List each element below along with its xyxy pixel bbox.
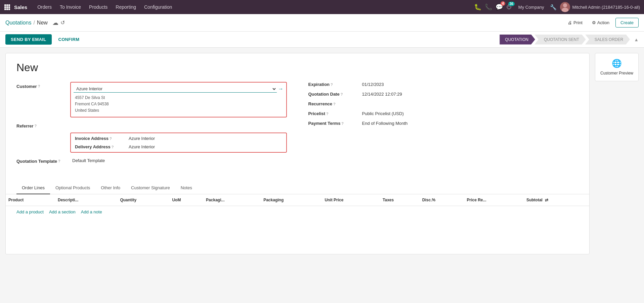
address-section: Invoice Address ? Azure Interior Deliver… — [16, 133, 287, 153]
pipeline-step-quotation[interactable]: QUOTATION — [500, 35, 535, 45]
status-pipeline: QUOTATION QUOTATION SENT SALES ORDER — [500, 35, 630, 45]
nav-products[interactable]: Products — [86, 3, 111, 11]
breadcrumb-parent[interactable]: Quotations — [5, 20, 31, 26]
pricelist-value: Public Pricelist (USD) — [362, 111, 404, 116]
payment-terms-help-icon[interactable]: ? — [341, 121, 344, 125]
referrer-field-row: Referrer ? — [16, 121, 287, 129]
nav-reporting[interactable]: Reporting — [112, 3, 139, 11]
invoice-help-icon[interactable]: ? — [110, 137, 112, 141]
delivery-address-label: Delivery Address ? — [75, 144, 129, 149]
quotation-template-row: Quotation Template ? Default Template — [16, 157, 287, 164]
bug-icon[interactable]: 🐛 — [474, 3, 481, 11]
nav-to-invoice[interactable]: To Invoice — [56, 3, 84, 11]
breadcrumb-separator: / — [33, 20, 35, 26]
tab-notes[interactable]: Notes — [175, 182, 198, 194]
user-name: Mitchell Admin (21847185-16-0-all) — [572, 5, 640, 10]
address-label-spacer — [16, 133, 70, 153]
pricelist-label: Pricelist ? — [308, 111, 362, 116]
confirm-button[interactable]: CONFIRM — [54, 34, 84, 45]
col-disc: Disc.% — [420, 194, 464, 206]
user-avatar — [560, 2, 570, 12]
chat-badge: 4 — [501, 1, 505, 6]
customer-address: 4557 De Silva St Fremont CA 94538 United… — [74, 95, 284, 114]
subtotal-icon[interactable]: ⇄ — [545, 198, 548, 202]
svg-rect-5 — [8, 6, 10, 8]
customer-preview-panel[interactable]: 🌐 Customer Preview — [595, 53, 639, 81]
quotation-date-label: Quotation Date ? — [308, 92, 362, 97]
customer-help-icon[interactable]: ? — [38, 84, 40, 88]
pipeline-step-sales-order[interactable]: SALES ORDER — [585, 35, 630, 45]
clock-icon[interactable]: ⏱36 — [506, 4, 512, 11]
order-lines-table: Product Descripti... Quantity UoM Packag… — [6, 194, 589, 206]
svg-rect-4 — [6, 6, 8, 8]
invoice-address-row: Invoice Address ? Azure Interior — [75, 136, 282, 141]
form-area: New Customer ? Azure Interior → — [5, 53, 590, 254]
expiration-help-icon[interactable]: ? — [331, 83, 333, 87]
payment-terms-value: End of Following Month — [362, 121, 408, 126]
nav-configuration[interactable]: Configuration — [141, 3, 175, 11]
tab-optional-products[interactable]: Optional Products — [50, 182, 95, 194]
phone-icon[interactable]: 📞 — [485, 3, 492, 11]
user-menu[interactable]: Mitchell Admin (21847185-16-0-all) — [560, 2, 640, 12]
gear-icon: ⚙ — [592, 20, 596, 25]
recurrence-help-icon[interactable]: ? — [333, 102, 336, 106]
form-tabs: Order Lines Optional Products Other Info… — [6, 182, 589, 194]
app-name[interactable]: Sales — [14, 4, 27, 10]
wrench-icon[interactable]: 🔧 — [550, 4, 557, 10]
secondary-navbar: Quotations / New ☁ ↺ 🖨 Print ⚙ Action Cr… — [0, 14, 644, 32]
referrer-help-icon[interactable]: ? — [35, 124, 37, 128]
svg-rect-7 — [6, 8, 8, 10]
add-section-link[interactable]: Add a section — [49, 209, 76, 214]
chat-icon[interactable]: 💬4 — [496, 3, 503, 11]
quotation-template-value: Default Template — [70, 157, 287, 164]
upload-icon[interactable]: ☁ — [52, 19, 58, 27]
add-note-link[interactable]: Add a note — [81, 209, 102, 214]
address-box: Invoice Address ? Azure Interior Deliver… — [70, 133, 287, 153]
form-right: Expiration ? 01/12/2023 Quotation Date ?… — [298, 82, 579, 168]
svg-point-10 — [562, 8, 568, 12]
delivery-address-value: Azure Interior — [129, 144, 155, 149]
apps-grid-icon[interactable] — [4, 4, 10, 10]
refresh-icon[interactable]: ↺ — [60, 19, 65, 26]
recurrence-row: Recurrence ? — [308, 101, 579, 106]
breadcrumb: Quotations / New ☁ ↺ — [5, 19, 562, 27]
svg-rect-8 — [8, 8, 10, 10]
quotation-date-value: 12/14/2022 12:07:29 — [362, 92, 402, 97]
customer-select[interactable]: Azure Interior — [74, 85, 277, 93]
tab-customer-signature[interactable]: Customer Signature — [126, 182, 175, 194]
customer-label: Customer ? — [16, 82, 70, 89]
quotation-date-help-icon[interactable]: ? — [341, 92, 343, 96]
col-price-re: Price Re... — [464, 194, 524, 206]
recurrence-label: Recurrence ? — [308, 101, 362, 106]
template-help-icon[interactable]: ? — [58, 159, 60, 163]
tab-order-lines[interactable]: Order Lines — [16, 182, 50, 194]
tab-other-info[interactable]: Other Info — [95, 182, 126, 194]
col-description: Descripti... — [55, 194, 117, 206]
send-email-button[interactable]: SEND BY EMAIL — [5, 34, 52, 45]
col-uom: UoM — [169, 194, 203, 206]
action-button[interactable]: ⚙ Action — [589, 18, 613, 27]
add-product-link[interactable]: Add a product — [16, 209, 44, 214]
globe-icon: 🌐 — [612, 59, 622, 68]
customer-external-link-icon[interactable]: → — [278, 86, 284, 92]
top-navbar: Sales Orders To Invoice Products Reporti… — [0, 0, 644, 14]
print-button[interactable]: 🖨 Print — [564, 18, 586, 27]
quotation-date-row: Quotation Date ? 12/14/2022 12:07:29 — [308, 92, 579, 97]
invoice-address-value: Azure Interior — [129, 136, 155, 141]
svg-rect-1 — [6, 4, 8, 6]
pricelist-help-icon[interactable]: ? — [326, 112, 329, 116]
referrer-value — [70, 121, 287, 124]
create-button[interactable]: Create — [615, 18, 639, 28]
preview-label: Customer Preview — [600, 71, 633, 75]
delivery-help-icon[interactable]: ? — [112, 145, 114, 149]
pipeline-step-quotation-sent[interactable]: QUOTATION SENT — [534, 35, 586, 45]
form-title: New — [16, 61, 578, 74]
payment-terms-row: Payment Terms ? End of Following Month — [308, 121, 579, 126]
col-quantity: Quantity — [117, 194, 169, 206]
main-content: New Customer ? Azure Interior → — [0, 48, 644, 260]
action-bar: SEND BY EMAIL CONFIRM QUOTATION QUOTATIO… — [0, 32, 644, 48]
svg-point-9 — [563, 3, 567, 7]
col-packaging-qty: Packagi... — [203, 194, 261, 206]
customer-field-row: Customer ? Azure Interior → 4557 De Silv… — [16, 82, 287, 117]
nav-orders[interactable]: Orders — [34, 3, 55, 11]
